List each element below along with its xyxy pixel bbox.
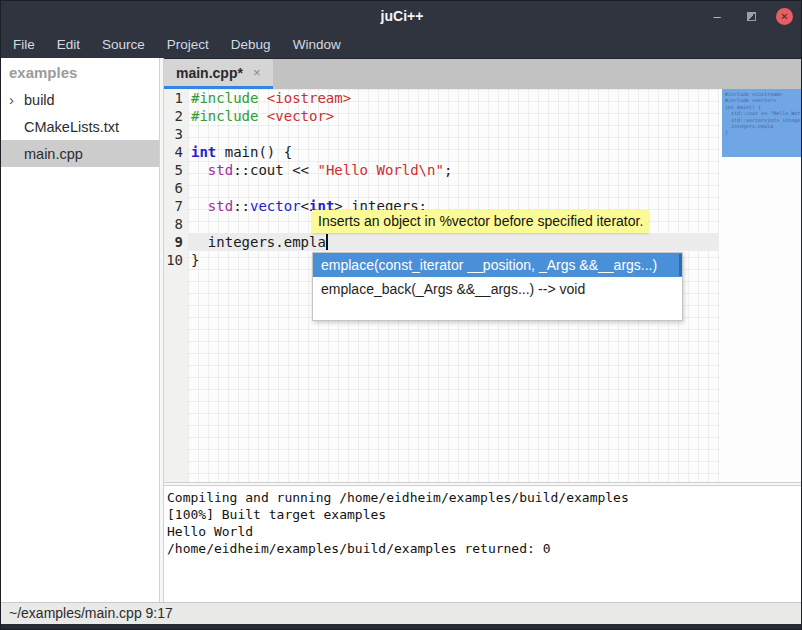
line-number-8: 8 xyxy=(164,215,183,233)
tab-main-cpp[interactable]: main.cpp* × xyxy=(164,59,273,89)
code-token: integers.empla xyxy=(191,234,326,250)
line-number-5: 5 xyxy=(164,161,183,179)
status-file-path: ~/examples/main.cpp xyxy=(9,605,142,621)
code-token: main() { xyxy=(216,144,292,160)
menu-debug[interactable]: Debug xyxy=(220,31,282,58)
tab-label: main.cpp* xyxy=(176,65,243,81)
project-name-header: examples xyxy=(1,58,159,86)
tab-close-icon[interactable]: × xyxy=(253,65,261,80)
source-minimap[interactable]: #include <iostream>#include <vector>int … xyxy=(719,89,802,482)
minimap-line-10: } xyxy=(725,129,801,135)
window-buttons: – ✕ xyxy=(708,1,793,31)
code-line-2: #include <vector> xyxy=(188,107,719,125)
title-bar[interactable]: juCi++ – ✕ xyxy=(1,1,802,31)
tree-item-label: main.cpp xyxy=(24,146,83,162)
chevron-right-icon[interactable]: › xyxy=(9,93,24,107)
line-number-3: 3 xyxy=(164,125,183,143)
tab-bar: main.cpp* × xyxy=(164,58,802,89)
menu-project[interactable]: Project xyxy=(156,31,220,58)
minimap-line-5: std::cout << "Hello World\n"; xyxy=(725,110,801,116)
juci-window: juCi++ – ✕ FileEditSourceProjectDebugWin… xyxy=(0,0,802,630)
line-number-10: 10 xyxy=(164,251,183,269)
code-line-5: std::cout << "Hello World\n"; xyxy=(188,161,719,179)
file-tree: ›buildCMakeLists.txtmain.cpp xyxy=(1,86,159,167)
code-token: :: xyxy=(233,198,250,214)
code-token: #include xyxy=(191,108,267,124)
code-token: vector xyxy=(250,198,301,214)
line-number-6: 6 xyxy=(164,179,183,197)
menu-edit[interactable]: Edit xyxy=(46,31,91,58)
code-token: < xyxy=(301,198,309,214)
line-number-1: 1 xyxy=(164,89,183,107)
code-token: <iostream> xyxy=(267,90,351,106)
code-line-1: #include <iostream> xyxy=(188,89,719,107)
code-token xyxy=(191,198,208,214)
tree-item-label: CMakeLists.txt xyxy=(24,119,119,135)
menu-window[interactable]: Window xyxy=(282,31,352,58)
autocomplete-item-1[interactable]: emplace_back(_Args &&__args...) --> void xyxy=(313,277,682,301)
window-bottom-edge xyxy=(1,624,802,630)
line-number-9: 9 xyxy=(164,233,183,251)
code-lines: #include <iostream>#include <vector>int … xyxy=(188,89,719,269)
output-line-3: /home/eidheim/examples/build/examples re… xyxy=(167,540,802,557)
code-line-4: int main() { xyxy=(188,143,719,161)
code-token: std xyxy=(208,162,233,178)
tree-item-label: build xyxy=(24,92,55,108)
output-line-0: Compiling and running /home/eidheim/exam… xyxy=(167,489,802,506)
window-title: juCi++ xyxy=(1,8,802,24)
line-number-2: 2 xyxy=(164,107,183,125)
code-token: "Hello World\n" xyxy=(317,162,443,178)
restore-icon xyxy=(747,12,756,21)
restore-button[interactable] xyxy=(742,7,760,25)
menu-source[interactable]: Source xyxy=(91,31,156,58)
autocomplete-item-0[interactable]: emplace(const_iterator __position, _Args… xyxy=(313,253,682,277)
line-number-4: 4 xyxy=(164,143,183,161)
code-token: int xyxy=(191,144,216,160)
status-bar: ~/examples/main.cpp 9:17 xyxy=(1,602,802,624)
output-line-1: [100%] Built target examples xyxy=(167,506,802,523)
code-token xyxy=(191,162,208,178)
code-line-3 xyxy=(188,125,719,143)
code-token: ::cout << xyxy=(233,162,317,178)
code-token: std xyxy=(208,198,233,214)
file-tree-panel: examples ›buildCMakeLists.txtmain.cpp xyxy=(1,58,159,602)
code-line-6 xyxy=(188,179,719,197)
status-cursor-position: 9:17 xyxy=(146,605,173,621)
output-line-2: Hello World xyxy=(167,523,802,540)
code-token: ; xyxy=(444,162,452,178)
text-cursor xyxy=(326,234,328,250)
minimize-button[interactable]: – xyxy=(708,7,726,25)
code-text-area[interactable]: #include <iostream>#include <vector>int … xyxy=(188,89,719,482)
sidebar-item-build[interactable]: ›build xyxy=(1,86,159,113)
line-number-7: 7 xyxy=(164,197,183,215)
build-output-panel[interactable]: Compiling and running /home/eidheim/exam… xyxy=(164,486,802,602)
code-token: #include xyxy=(191,90,267,106)
code-token: <vector> xyxy=(267,108,334,124)
line-number-gutter: 12345678910 xyxy=(164,89,188,482)
minimap-visible-region[interactable]: #include <iostream>#include <vector>int … xyxy=(722,89,801,157)
code-token: } xyxy=(191,252,199,268)
autocomplete-popup[interactable]: emplace(const_iterator __position, _Args… xyxy=(312,252,683,321)
code-editor[interactable]: 12345678910 #include <iostream>#include … xyxy=(164,89,802,482)
close-button[interactable]: ✕ xyxy=(776,8,793,25)
menu-bar: FileEditSourceProjectDebugWindow xyxy=(1,31,802,58)
menu-file[interactable]: File xyxy=(2,31,46,58)
sidebar-item-main-cpp[interactable]: main.cpp xyxy=(1,140,159,167)
doc-tooltip: Inserts an object in %vector before spec… xyxy=(312,210,649,233)
code-line-9: integers.empla xyxy=(188,233,719,251)
sidebar-item-cmakelists-txt[interactable]: CMakeLists.txt xyxy=(1,113,159,140)
